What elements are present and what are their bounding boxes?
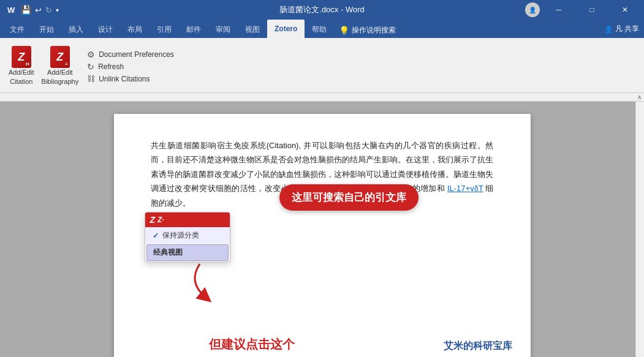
user-avatar[interactable]: 👤: [525, 2, 540, 17]
keep-source-item[interactable]: ✓ 保持源分类: [145, 227, 230, 244]
title-bar-center: 肠道菌论文.docx - Word: [279, 4, 364, 15]
dropdown-header: Z Z·: [145, 212, 230, 227]
tab-review[interactable]: 审阅: [208, 21, 238, 38]
add-edit-bibliography-button[interactable]: Z ≡ Add/EditBibliography: [38, 40, 83, 92]
annotation-arrow: [181, 258, 243, 307]
word-logo-icon: W: [5, 5, 17, 15]
collapse-ribbon-button[interactable]: ∧: [637, 94, 642, 100]
check-icon: ✓: [153, 231, 159, 240]
unlink-citations-item[interactable]: ⛓ Unlink Citations: [85, 73, 176, 84]
document-title: 肠道菌论文.docx - Word: [279, 5, 364, 14]
person-icon: 👤: [604, 25, 613, 34]
gear-icon: ⚙: [87, 50, 95, 59]
tab-zotero[interactable]: Zotero: [267, 20, 305, 38]
share-button[interactable]: 👤 凡 共享: [604, 24, 639, 37]
add-edit-bibliography-label: Add/EditBibliography: [42, 68, 79, 86]
tab-file[interactable]: 文件: [2, 21, 32, 38]
tab-home[interactable]: 开始: [32, 21, 61, 38]
tab-layout[interactable]: 布局: [120, 21, 150, 38]
annotation-bubble-top: 这里可搜索自己的引文库: [279, 184, 419, 211]
scrollbar[interactable]: [635, 102, 644, 357]
underline-text: IL-17+γδT: [447, 184, 483, 193]
unlink-icon: ⛓: [87, 74, 95, 83]
ribbon-right: 👤 凡 共享: [604, 24, 644, 38]
annotation-text-bottom: 但建议点击这个: [209, 336, 295, 353]
add-edit-citation-button[interactable]: Z H Add/EditCitation: [5, 40, 38, 92]
add-edit-citation-icon: Z H: [12, 47, 31, 67]
redo-icon[interactable]: ↻: [45, 6, 52, 15]
tab-help[interactable]: 帮助: [305, 21, 334, 38]
zotero-dropdown: Z Z· ✓ 保持源分类 经典视图: [145, 212, 230, 262]
save-icon[interactable]: 💾: [21, 5, 31, 15]
add-edit-bibliography-icon: Z ≡: [50, 47, 70, 67]
title-bar: W 💾 ↩ ↻ ▾ 肠道菌论文.docx - Word 👤 ─ □ ✕: [0, 0, 644, 20]
undo-icon[interactable]: ↩: [35, 6, 42, 15]
ribbon: Z H Add/EditCitation Z ≡ Add/EditBibliog…: [0, 38, 644, 93]
help-icon: 💡: [339, 26, 349, 36]
refresh-icon: ↻: [87, 62, 94, 72]
document-preferences-item[interactable]: ⚙ Document Preferences: [85, 49, 176, 60]
tab-design[interactable]: 设计: [91, 21, 120, 38]
close-button[interactable]: ✕: [611, 0, 639, 20]
tab-insert[interactable]: 插入: [61, 21, 91, 38]
document-area: 共生肠道细菌影响宿主免疫系统(Citation), 并可以影响包括大脑在内的几个…: [0, 102, 644, 357]
tab-references[interactable]: 引用: [150, 21, 179, 38]
customize-icon[interactable]: ▾: [56, 7, 59, 13]
minimize-button[interactable]: ─: [545, 0, 573, 20]
document-page: 共生肠道细菌影响宿主免疫系统(Citation), 并可以影响包括大脑在内的几个…: [114, 114, 531, 357]
tab-view[interactable]: 视图: [238, 21, 267, 38]
add-edit-citation-label: Add/EditCitation: [9, 68, 34, 86]
title-bar-right: 👤 ─ □ ✕: [525, 0, 639, 20]
refresh-item[interactable]: ↻ Refresh: [85, 61, 176, 72]
brand-text: 艾米的科研宝库: [444, 340, 512, 353]
classic-view-item[interactable]: 经典视图: [146, 244, 229, 261]
title-bar-left: W 💾 ↩ ↻ ▾: [5, 5, 59, 15]
search-commands-label[interactable]: 操作说明搜索: [352, 25, 396, 36]
collapse-bar: ∧: [0, 93, 644, 102]
restore-button[interactable]: □: [578, 0, 606, 20]
tab-mailings[interactable]: 邮件: [179, 21, 208, 38]
ribbon-small-items: ⚙ Document Preferences ↻ Refresh ⛓ Unlin…: [82, 40, 176, 92]
ribbon-tabs: 文件 开始 插入 设计 布局 引用 邮件 审阅 视图 Zotero 帮助 💡 操…: [0, 20, 644, 38]
